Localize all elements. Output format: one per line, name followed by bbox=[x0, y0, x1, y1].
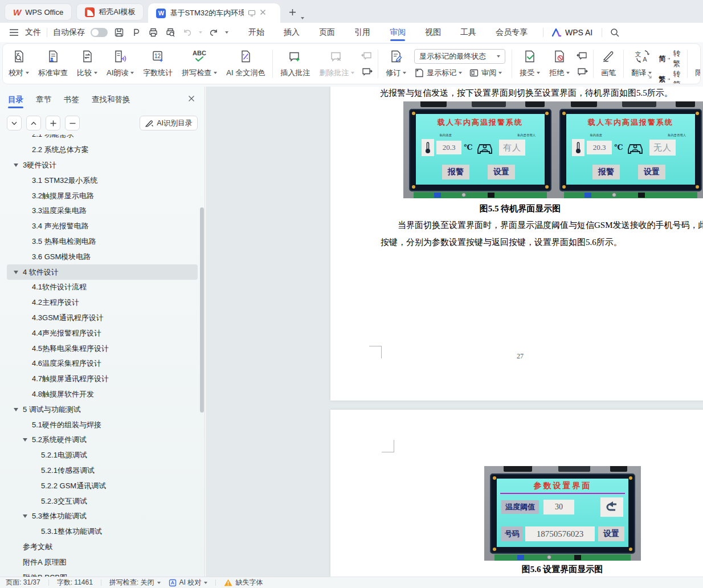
traditional-to-simplified-button[interactable]: 繁 转简 bbox=[659, 69, 682, 84]
tab-wps-home[interactable]: W WPS Office bbox=[5, 3, 72, 21]
collapse-triangle-icon[interactable] bbox=[14, 271, 18, 274]
toc-item[interactable]: 附件A 原理图 bbox=[7, 554, 198, 570]
menu-item[interactable]: 引用 bbox=[345, 23, 380, 42]
toc-item[interactable]: 4.6温度采集程序设计 bbox=[7, 356, 198, 371]
ai-read-button[interactable]: AI朗读 bbox=[102, 47, 138, 81]
toc-item[interactable]: 5.2.1传感器调试 bbox=[7, 463, 198, 479]
toc-item[interactable]: 2.1 功能需求 bbox=[7, 134, 198, 142]
menu-item[interactable]: 开始 bbox=[239, 23, 274, 42]
toc-item[interactable]: 4.3GSM通讯程序设计 bbox=[7, 311, 198, 326]
toc-item[interactable]: 5.2.3交互调试 bbox=[7, 493, 198, 509]
sidebar-tab[interactable]: 目录 bbox=[8, 91, 23, 108]
proofread-button[interactable]: 校对 bbox=[4, 47, 34, 81]
insert-comment-button[interactable]: 插入批注 bbox=[276, 47, 314, 81]
toc-item[interactable]: 4.1软件设计流程 bbox=[7, 280, 198, 295]
print-preview-icon[interactable] bbox=[165, 27, 176, 38]
autosave-toggle[interactable] bbox=[91, 28, 108, 37]
redo-caret-icon[interactable] bbox=[225, 31, 228, 34]
toc-item[interactable]: 5 调试与功能测试 bbox=[7, 402, 198, 417]
track-changes-button[interactable]: 修订 bbox=[381, 47, 411, 81]
collapse-triangle-icon[interactable] bbox=[23, 438, 27, 442]
next-comment-icon[interactable] bbox=[360, 66, 374, 78]
collapse-triangle-icon[interactable] bbox=[23, 514, 27, 518]
sidebar-close-icon[interactable] bbox=[186, 93, 197, 104]
toc-item[interactable]: 5.2系统硬件调试 bbox=[7, 432, 198, 448]
ai-proof-button[interactable]: AI 校对 bbox=[169, 578, 208, 587]
menu-item[interactable]: 视图 bbox=[415, 23, 451, 42]
accept-button[interactable]: 接受 bbox=[515, 47, 545, 81]
show-markup-button[interactable]: 显示标记 bbox=[414, 68, 462, 78]
toc-item[interactable]: 4.5热释电采集程序设计 bbox=[7, 341, 198, 356]
wps-ai-button[interactable]: WPS AI bbox=[551, 28, 592, 37]
page-indicator[interactable]: 页面: 31/37 bbox=[6, 578, 40, 587]
lcd-phone-value[interactable]: 18750576023 bbox=[525, 526, 595, 541]
lcd-threshold-value[interactable]: 30 bbox=[543, 500, 574, 514]
pen-button[interactable]: 画笔 bbox=[596, 47, 620, 81]
toc-item[interactable]: 3.1 STM32最小系统 bbox=[7, 173, 198, 188]
toc-item[interactable]: 4.8触摸屏软件开发 bbox=[7, 387, 198, 402]
translate-group-expand-icon[interactable] bbox=[647, 74, 652, 79]
tab-document[interactable]: W 基于STM32的车内环境监测 bbox=[148, 3, 280, 23]
word-count-button[interactable]: 12 字数统计 bbox=[138, 47, 177, 81]
lcd-settings-button[interactable]: 设置 bbox=[638, 165, 665, 179]
new-tab-button[interactable] bbox=[285, 5, 300, 19]
markup-state-select[interactable]: 显示标记的最终状态 bbox=[414, 49, 505, 64]
toc-collapse-all-button[interactable] bbox=[65, 116, 80, 130]
standard-review-button[interactable]: 标准审查 bbox=[34, 47, 72, 81]
hamburger-menu-icon[interactable] bbox=[8, 27, 19, 38]
previous-change-icon[interactable] bbox=[575, 50, 589, 62]
lcd-alarm-button[interactable]: 报警 bbox=[592, 165, 620, 179]
export-pdf-icon[interactable] bbox=[130, 27, 142, 38]
toc-item[interactable]: 5.3整体功能调试 bbox=[7, 509, 198, 524]
undo-icon[interactable] bbox=[182, 27, 193, 38]
toc-previous-heading-button[interactable] bbox=[26, 116, 41, 130]
sidebar-tab[interactable]: 章节 bbox=[36, 91, 51, 108]
restrict-editing-button[interactable]: 限制编辑 bbox=[690, 47, 701, 81]
compare-button[interactable]: 比较 bbox=[72, 47, 102, 81]
review-pane-button[interactable]: 审阅 bbox=[469, 68, 502, 78]
sidebar-tab[interactable]: 查找和替换 bbox=[92, 91, 130, 108]
toc-item[interactable]: 4.2主程序设计 bbox=[7, 295, 198, 311]
simplified-to-traditional-button[interactable]: 简 转繁 bbox=[659, 48, 682, 69]
collapse-triangle-icon[interactable] bbox=[14, 164, 18, 167]
tab-list-caret-icon[interactable] bbox=[301, 17, 304, 19]
ai-polish-button[interactable]: AI 全文润色 bbox=[222, 47, 269, 81]
toc-item[interactable]: 3.2触摸屏显示电路 bbox=[7, 188, 198, 203]
screen-share-icon[interactable] bbox=[248, 9, 256, 17]
lcd-settings-button[interactable]: 设置 bbox=[488, 165, 515, 179]
menu-item[interactable]: 审阅 bbox=[380, 23, 415, 42]
toc-next-heading-button[interactable] bbox=[7, 116, 22, 130]
toc-item[interactable]: 4.4声光报警程序设计 bbox=[7, 325, 198, 341]
toc-item[interactable]: 5.2.2 GSM通讯调试 bbox=[7, 478, 198, 493]
toc-item[interactable]: 4 软件设计 bbox=[7, 264, 198, 280]
reject-button[interactable]: 拒绝 bbox=[545, 47, 574, 81]
menu-item[interactable]: 工具 bbox=[451, 23, 486, 42]
collapse-triangle-icon[interactable] bbox=[14, 408, 18, 411]
toc-item[interactable]: 3.5 热释电检测电路 bbox=[7, 234, 198, 250]
toc-item[interactable]: 3.4 声光报警电路 bbox=[7, 219, 198, 234]
delete-comment-button[interactable]: 删除批注 bbox=[314, 47, 359, 81]
lcd-back-button[interactable] bbox=[600, 497, 623, 517]
spell-check-status[interactable]: 拼写检查: 关闭 bbox=[109, 578, 161, 587]
next-change-icon[interactable] bbox=[575, 66, 589, 78]
ai-recognize-toc-button[interactable]: AI识别目录 bbox=[140, 116, 198, 130]
lcd-settings-button[interactable]: 设置 bbox=[598, 526, 624, 541]
undo-caret-icon[interactable] bbox=[199, 31, 202, 34]
toc-item[interactable]: 5.2.1电源调试 bbox=[7, 448, 198, 463]
toc-item[interactable]: 3硬件设计 bbox=[7, 158, 198, 173]
toc-item[interactable]: 3.6 GSM模块电路 bbox=[7, 249, 198, 264]
toc-expand-all-button[interactable] bbox=[46, 116, 60, 130]
toc-item[interactable]: 参考文献 bbox=[7, 540, 198, 555]
toc-item[interactable]: 5.1硬件的组装与焊接 bbox=[7, 417, 198, 432]
toc-item[interactable]: 附件B PCB图 bbox=[7, 570, 198, 577]
document-page-27[interactable]: 光报警与短信发送，按下设置界面则切换至设置界面，待机界面如图5.5所示。 载人车… bbox=[330, 87, 703, 401]
spell-check-button[interactable]: ABC 拼写检查 bbox=[177, 47, 222, 81]
word-count-indicator[interactable]: 字数: 11461 bbox=[57, 578, 93, 587]
save-icon[interactable] bbox=[113, 27, 125, 38]
toc-item[interactable]: 5.3.1整体功能调试 bbox=[7, 524, 198, 540]
search-icon[interactable] bbox=[609, 27, 620, 38]
menu-item[interactable]: 会员专享 bbox=[486, 23, 537, 42]
menu-item[interactable]: 页面 bbox=[309, 23, 345, 42]
missing-font-warning[interactable]: 缺失字体 bbox=[224, 578, 263, 587]
sidebar-scrollbar[interactable] bbox=[200, 87, 204, 577]
